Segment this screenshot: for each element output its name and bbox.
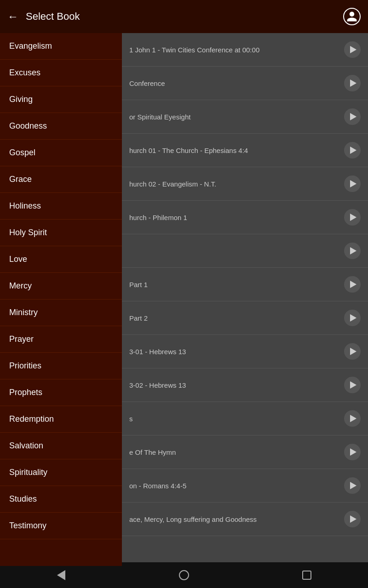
- play-button[interactable]: [344, 209, 361, 226]
- list-item[interactable]: ace, Mercy, Long suffering and Goodness: [122, 503, 368, 536]
- sidebar-item-mercy[interactable]: Mercy: [0, 273, 122, 300]
- sidebar: EvangelismExcusesGivingGoodnessGospelGra…: [0, 33, 122, 566]
- list-item[interactable]: Part 2: [122, 301, 368, 335]
- sidebar-item-gospel[interactable]: Gospel: [0, 140, 122, 166]
- list-item-text: hurch 02 - Evangelism - N.T.: [129, 180, 344, 188]
- list-item[interactable]: hurch 02 - Evangelism - N.T.: [122, 167, 368, 201]
- list-item[interactable]: hurch - Philemon 1: [122, 201, 368, 234]
- play-button[interactable]: [344, 511, 361, 527]
- list-item-text: 3-01 - Hebrews 13: [129, 348, 344, 356]
- sidebar-item-label: Studies: [9, 494, 37, 504]
- sidebar-item-label: Love: [9, 254, 27, 264]
- sidebar-item-testimony[interactable]: Testimony: [0, 513, 122, 539]
- sidebar-item-label: Prophets: [9, 388, 42, 397]
- list-item-text: hurch - Philemon 1: [129, 214, 344, 221]
- page-title: Select Book: [26, 11, 343, 23]
- play-button[interactable]: [344, 142, 361, 158]
- list-item-text: 1 John 1 - Twin Cities Conference at 00:…: [129, 46, 344, 54]
- play-button[interactable]: [344, 343, 361, 360]
- play-button[interactable]: [344, 108, 361, 125]
- sidebar-item-label: Spirituality: [9, 468, 47, 477]
- play-icon: [350, 448, 356, 456]
- sidebar-item-evangelism[interactable]: Evangelism: [0, 33, 122, 60]
- list-item[interactable]: Part 1: [122, 268, 368, 301]
- play-icon: [350, 113, 356, 120]
- list-item[interactable]: hurch 01 - The Church - Ephesians 4:4: [122, 134, 368, 167]
- bottom-nav: [0, 562, 368, 588]
- list-item[interactable]: Conference: [122, 67, 368, 100]
- play-button[interactable]: [344, 41, 361, 58]
- list-item[interactable]: s: [122, 402, 368, 435]
- back-button[interactable]: ←: [7, 10, 18, 23]
- sidebar-item-ministry[interactable]: Ministry: [0, 300, 122, 326]
- list-item[interactable]: 3-02 - Hebrews 13: [122, 368, 368, 402]
- nav-home-button[interactable]: [170, 566, 198, 584]
- play-button[interactable]: [344, 243, 361, 259]
- sidebar-item-label: Priorities: [9, 361, 41, 371]
- sidebar-item-label: Ministry: [9, 308, 38, 317]
- sidebar-item-priorities[interactable]: Priorities: [0, 353, 122, 379]
- avatar-button[interactable]: [343, 8, 361, 25]
- play-button[interactable]: [344, 276, 361, 293]
- sidebar-item-label: Excuses: [9, 68, 40, 78]
- list-item[interactable]: [122, 234, 368, 268]
- list-item[interactable]: e Of The Hymn: [122, 435, 368, 469]
- sidebar-item-prophets[interactable]: Prophets: [0, 379, 122, 406]
- sidebar-item-excuses[interactable]: Excuses: [0, 60, 122, 86]
- play-icon: [350, 147, 356, 154]
- play-icon: [350, 314, 356, 322]
- sidebar-item-label: Holiness: [9, 201, 41, 211]
- back-icon: [57, 570, 65, 580]
- play-icon: [350, 381, 356, 389]
- list-item[interactable]: on - Romans 4:4-5: [122, 469, 368, 503]
- top-bar: ← Select Book: [0, 0, 368, 33]
- play-icon: [350, 180, 356, 187]
- nav-back-button[interactable]: [47, 566, 75, 584]
- play-button[interactable]: [344, 310, 361, 326]
- list-item-text: hurch 01 - The Church - Ephesians 4:4: [129, 147, 344, 154]
- sidebar-item-holiness[interactable]: Holiness: [0, 193, 122, 220]
- recent-icon: [302, 571, 311, 580]
- list-item[interactable]: or Spiritual Eyesight: [122, 100, 368, 134]
- sidebar-item-spirituality[interactable]: Spirituality: [0, 459, 122, 486]
- play-icon: [350, 214, 356, 221]
- sidebar-item-label: Testimony: [9, 521, 46, 531]
- sidebar-item-label: Salvation: [9, 441, 43, 451]
- list-item-text: Conference: [129, 79, 344, 87]
- sidebar-item-label: Gospel: [9, 148, 35, 158]
- sidebar-item-grace[interactable]: Grace: [0, 166, 122, 193]
- play-icon: [350, 515, 356, 523]
- play-icon: [350, 79, 356, 87]
- list-item[interactable]: 3-01 - Hebrews 13: [122, 335, 368, 368]
- play-button[interactable]: [344, 175, 361, 192]
- list-area: 1 John 1 - Twin Cities Conference at 00:…: [122, 33, 368, 566]
- play-button[interactable]: [344, 444, 361, 460]
- play-button[interactable]: [344, 477, 361, 494]
- play-icon: [350, 247, 356, 254]
- sidebar-item-salvation[interactable]: Salvation: [0, 433, 122, 459]
- list-item-text: ace, Mercy, Long suffering and Goodness: [129, 515, 344, 523]
- sidebar-item-label: Prayer: [9, 334, 34, 344]
- sidebar-item-goodness[interactable]: Goodness: [0, 113, 122, 140]
- sidebar-item-studies[interactable]: Studies: [0, 486, 122, 513]
- sidebar-item-redemption[interactable]: Redemption: [0, 406, 122, 433]
- play-button[interactable]: [344, 377, 361, 393]
- play-icon: [350, 482, 356, 489]
- list-item-text: on - Romans 4:4-5: [129, 482, 344, 490]
- sidebar-item-label: Mercy: [9, 281, 32, 291]
- list-item-text: Part 1: [129, 281, 344, 288]
- list-item-text: s: [129, 415, 344, 423]
- nav-recent-button[interactable]: [293, 566, 321, 584]
- sidebar-item-holy-spirit[interactable]: Holy Spirit: [0, 220, 122, 246]
- play-button[interactable]: [344, 75, 361, 91]
- home-icon: [179, 570, 189, 580]
- play-icon: [350, 415, 356, 422]
- list-item-text: 3-02 - Hebrews 13: [129, 381, 344, 389]
- sidebar-item-prayer[interactable]: Prayer: [0, 326, 122, 353]
- sidebar-item-love[interactable]: Love: [0, 246, 122, 273]
- play-button[interactable]: [344, 410, 361, 427]
- list-item[interactable]: 1 John 1 - Twin Cities Conference at 00:…: [122, 33, 368, 67]
- list-item-text: or Spiritual Eyesight: [129, 113, 344, 121]
- sidebar-item-label: Redemption: [9, 414, 54, 424]
- sidebar-item-giving[interactable]: Giving: [0, 86, 122, 113]
